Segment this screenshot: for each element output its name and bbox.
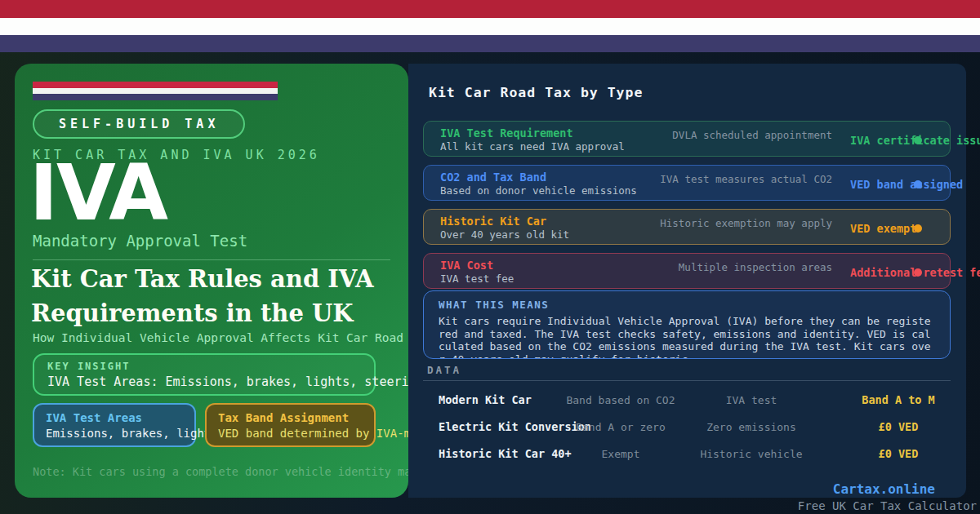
key-insight-text: IVA Test Areas: Emissions, brakes, light… xyxy=(47,374,361,389)
data-divider xyxy=(423,380,951,381)
row-status: VED exempt xyxy=(850,222,916,235)
key-insight-label: KEY INSIGHT xyxy=(47,361,361,372)
cell-value: £0 VED xyxy=(800,420,980,433)
mini-flag-white xyxy=(33,88,278,94)
status-dot-icon xyxy=(914,180,922,188)
left-panel: SELF-BUILD TAX KIT CAR TAX AND IVA UK 20… xyxy=(15,64,408,498)
cell-value: Band A to M xyxy=(800,393,980,406)
footer-tagline: Free UK Car Tax Calculator xyxy=(798,499,977,512)
cell-value: £0 VED xyxy=(800,447,980,460)
flag-stripe-blue xyxy=(0,35,980,52)
panel-header: Kit Car Road Tax by Type xyxy=(429,85,643,100)
brand-link[interactable]: Cartax.online xyxy=(833,481,935,497)
divider xyxy=(33,259,390,260)
flag-stripe-red xyxy=(0,0,980,18)
list-item-iva-cost: IVA Cost IVA test fee Multiple inspectio… xyxy=(423,253,951,289)
data-table: Modern Kit Car Band based on CO2 IVA tes… xyxy=(423,387,951,467)
flag-stripe-white xyxy=(0,18,980,35)
mini-flag-red xyxy=(33,82,278,88)
explainer-text: Kit cars require Individual Vehicle Appr… xyxy=(439,315,935,359)
key-insight-box: KEY INSIGHT IVA Test Areas: Emissions, b… xyxy=(33,353,376,396)
page: SELF-BUILD TAX KIT CAR TAX AND IVA UK 20… xyxy=(0,0,980,514)
article-subheading: How Individual Vehicle Approval Affects … xyxy=(33,331,408,344)
row-detail: DVLA scheduled appointment xyxy=(636,129,832,141)
table-row-electric-kit-conversion: Electric Kit Conversion Band A or zero Z… xyxy=(423,414,951,441)
info-box-title: IVA Test Areas xyxy=(46,411,183,424)
data-section-label: DATA xyxy=(427,364,461,376)
list-item-co2-and-tax-band: CO2 and Tax Band Based on donor vehicle … xyxy=(423,165,951,201)
list-item-iva-test-requirement: IVA Test Requirement All kit cars need I… xyxy=(423,121,951,157)
row-detail: Multiple inspection areas xyxy=(636,261,832,273)
table-row-historic-kit-car-40: Historic Kit Car 40+ Exempt Historic veh… xyxy=(423,441,951,467)
table-row-modern-kit-car: Modern Kit Car Band based on CO2 IVA tes… xyxy=(423,387,951,414)
self-build-tax-badge: SELF-BUILD TAX xyxy=(33,109,245,139)
explainer-label: WHAT THIS MEANS xyxy=(439,299,935,311)
info-box-iva-test-areas: IVA Test Areas Emissions, brakes, lights… xyxy=(33,403,196,447)
list-item-historic-kit-car: Historic Kit Car Over 40 years old kit H… xyxy=(423,209,951,245)
status-dot-icon xyxy=(914,268,922,277)
info-box-tax-band-assignment: Tax Band Assignment VED band determined … xyxy=(205,403,376,447)
info-box-text: Emissions, brakes, lights, steering and xyxy=(46,427,183,440)
tagline: Mandatory Approval Test xyxy=(33,232,247,250)
status-dot-icon xyxy=(914,224,922,233)
info-box-title: Tax Band Assignment xyxy=(218,411,363,424)
info-box-text: VED band determined by IVA-measured xyxy=(218,427,363,440)
mini-flag-blue xyxy=(33,94,278,100)
row-detail: IVA test measures actual CO2 xyxy=(636,173,832,185)
mini-flag-icon xyxy=(33,82,278,100)
row-detail: Historic exemption may apply xyxy=(636,217,832,229)
cell-name: Modern Kit Car xyxy=(439,393,532,406)
right-panel: Kit Car Road Tax by Type IVA Test Requir… xyxy=(408,64,966,498)
status-dot-icon xyxy=(914,136,922,144)
footnote: Note: Kit cars using a complete donor ve… xyxy=(33,465,408,478)
page-title: IVA xyxy=(29,155,167,232)
row-status: VED band assigned xyxy=(850,178,963,191)
article-heading: Kit Car Tax Rules and IVA Requirements i… xyxy=(31,262,400,330)
uk-flag-banner xyxy=(0,0,980,52)
what-this-means-box: WHAT THIS MEANS Kit cars require Individ… xyxy=(423,290,951,359)
tax-type-list: IVA Test Requirement All kit cars need I… xyxy=(423,121,951,297)
